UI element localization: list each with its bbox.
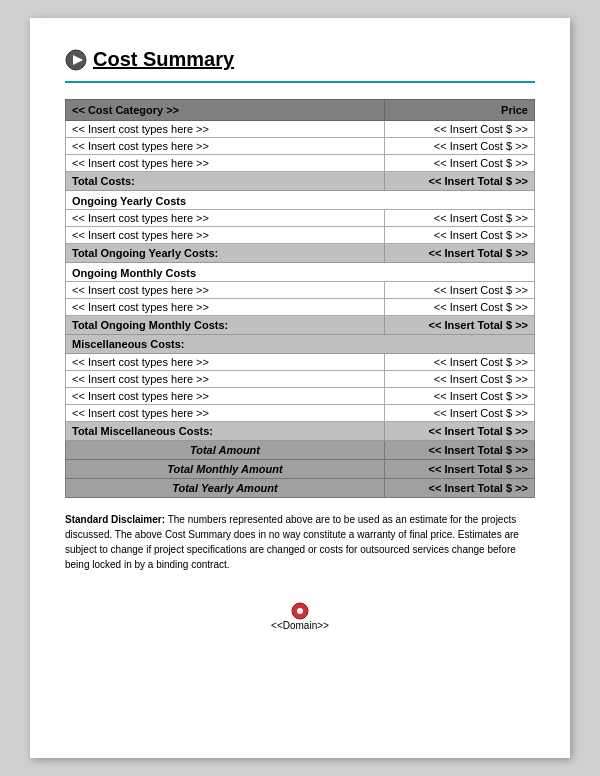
price-cell: << Insert Cost $ >> xyxy=(384,299,534,316)
category-cell: << Insert cost types here >> xyxy=(66,210,385,227)
misc-header-row: Miscellaneous Costs: xyxy=(66,335,535,354)
total-price: << Insert Total $ >> xyxy=(384,479,534,498)
price-cell: << Insert Cost $ >> xyxy=(384,210,534,227)
subtotal-label: Total Costs: xyxy=(66,172,385,191)
category-cell: << Insert cost types here >> xyxy=(66,155,385,172)
subtotal-row: Total Costs: << Insert Total $ >> xyxy=(66,172,535,191)
col-category-header: << Cost Category >> xyxy=(66,100,385,121)
header-divider xyxy=(65,81,535,83)
table-row: << Insert cost types here >> << Insert C… xyxy=(66,282,535,299)
price-cell: << Insert Cost $ >> xyxy=(384,227,534,244)
price-cell: << Insert Cost $ >> xyxy=(384,371,534,388)
category-cell: << Insert cost types here >> xyxy=(66,227,385,244)
domain-label: <<Domain>> xyxy=(271,620,329,631)
total-row: Total Amount << Insert Total $ >> xyxy=(66,441,535,460)
price-cell: << Insert Cost $ >> xyxy=(384,354,534,371)
subtotal-price: << Insert Total $ >> xyxy=(384,422,534,441)
table-header-row: << Cost Category >> Price xyxy=(66,100,535,121)
svg-point-3 xyxy=(297,608,303,614)
category-cell: << Insert cost types here >> xyxy=(66,405,385,422)
table-row: << Insert cost types here >> << Insert C… xyxy=(66,405,535,422)
disclaimer: Standard Disclaimer: The numbers represe… xyxy=(65,512,535,572)
subtotal-price: << Insert Total $ >> xyxy=(384,316,534,335)
category-cell: << Insert cost types here >> xyxy=(66,121,385,138)
page: Cost Summary << Cost Category >> Price <… xyxy=(30,18,570,758)
section-header-label: Ongoing Monthly Costs xyxy=(66,263,535,282)
subtotal-row: Total Miscellaneous Costs: << Insert Tot… xyxy=(66,422,535,441)
subtotal-label: Total Ongoing Monthly Costs: xyxy=(66,316,385,335)
price-cell: << Insert Cost $ >> xyxy=(384,138,534,155)
table-row: << Insert cost types here >> << Insert C… xyxy=(66,227,535,244)
domain-icon xyxy=(291,602,309,620)
total-label: Total Monthly Amount xyxy=(66,460,385,479)
total-price: << Insert Total $ >> xyxy=(384,460,534,479)
page-header: Cost Summary xyxy=(65,48,535,75)
total-price: << Insert Total $ >> xyxy=(384,441,534,460)
cost-table: << Cost Category >> Price << Insert cost… xyxy=(65,99,535,498)
table-row: << Insert cost types here >> << Insert C… xyxy=(66,388,535,405)
category-cell: << Insert cost types here >> xyxy=(66,371,385,388)
table-row: << Insert cost types here >> << Insert C… xyxy=(66,138,535,155)
subtotal-price: << Insert Total $ >> xyxy=(384,244,534,263)
subtotal-row: Total Ongoing Monthly Costs: << Insert T… xyxy=(66,316,535,335)
price-cell: << Insert Cost $ >> xyxy=(384,282,534,299)
subtotal-price: << Insert Total $ >> xyxy=(384,172,534,191)
section-header-row: Ongoing Monthly Costs xyxy=(66,263,535,282)
section-header-label: Ongoing Yearly Costs xyxy=(66,191,535,210)
category-cell: << Insert cost types here >> xyxy=(66,282,385,299)
price-cell: << Insert Cost $ >> xyxy=(384,155,534,172)
play-icon xyxy=(65,49,87,71)
category-cell: << Insert cost types here >> xyxy=(66,299,385,316)
subtotal-label: Total Ongoing Yearly Costs: xyxy=(66,244,385,263)
table-row: << Insert cost types here >> << Insert C… xyxy=(66,299,535,316)
disclaimer-label: Standard Disclaimer: xyxy=(65,514,165,525)
table-row: << Insert cost types here >> << Insert C… xyxy=(66,210,535,227)
total-row: Total Yearly Amount << Insert Total $ >> xyxy=(66,479,535,498)
total-label: Total Yearly Amount xyxy=(66,479,385,498)
category-cell: << Insert cost types here >> xyxy=(66,354,385,371)
total-label: Total Amount xyxy=(66,441,385,460)
category-cell: << Insert cost types here >> xyxy=(66,138,385,155)
price-cell: << Insert Cost $ >> xyxy=(384,121,534,138)
col-price-header: Price xyxy=(384,100,534,121)
page-title: Cost Summary xyxy=(93,48,234,71)
misc-header-label: Miscellaneous Costs: xyxy=(66,335,535,354)
total-row: Total Monthly Amount << Insert Total $ >… xyxy=(66,460,535,479)
price-cell: << Insert Cost $ >> xyxy=(384,405,534,422)
table-row: << Insert cost types here >> << Insert C… xyxy=(66,371,535,388)
category-cell: << Insert cost types here >> xyxy=(66,388,385,405)
price-cell: << Insert Cost $ >> xyxy=(384,388,534,405)
footer: <<Domain>> xyxy=(65,602,535,631)
table-row: << Insert cost types here >> << Insert C… xyxy=(66,121,535,138)
section-header-row: Ongoing Yearly Costs xyxy=(66,191,535,210)
table-row: << Insert cost types here >> << Insert C… xyxy=(66,155,535,172)
subtotal-label: Total Miscellaneous Costs: xyxy=(66,422,385,441)
table-row: << Insert cost types here >> << Insert C… xyxy=(66,354,535,371)
subtotal-row: Total Ongoing Yearly Costs: << Insert To… xyxy=(66,244,535,263)
